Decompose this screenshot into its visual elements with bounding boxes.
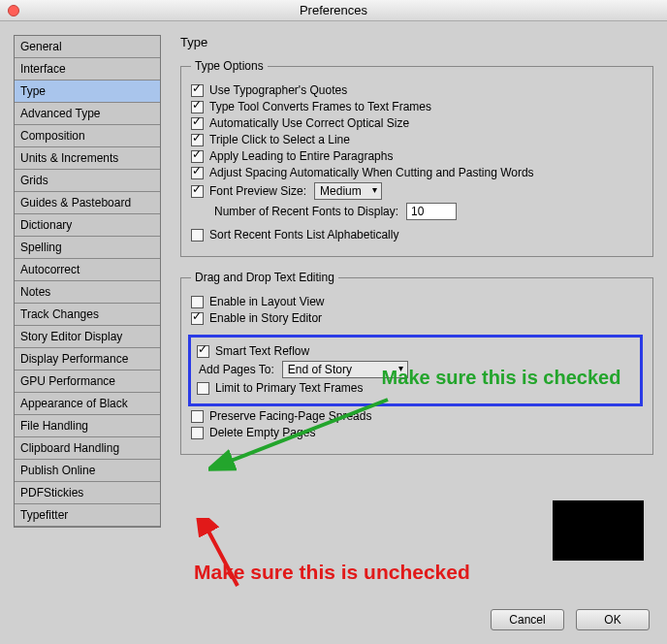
sort-recent-label: Sort Recent Fonts List Alphabetically (209, 228, 398, 242)
delete-empty-checkbox[interactable] (191, 427, 204, 439)
sidebar-item-grids[interactable]: Grids (15, 170, 160, 192)
delete-empty-label: Delete Empty Pages (209, 426, 315, 439)
sidebar-item-interface[interactable]: Interface (15, 58, 160, 80)
enable-layout-label: Enable in Layout View (209, 295, 325, 308)
annotation-unchecked: Make sure this is unchecked (194, 561, 611, 584)
add-pages-value: End of Story (288, 363, 352, 376)
sidebar-item-notes[interactable]: Notes (15, 281, 160, 304)
body: GeneralInterfaceTypeAdvanced TypeComposi… (0, 21, 667, 644)
triple-click-label: Triple Click to Select a Line (209, 133, 350, 146)
sidebar-item-dictionary[interactable]: Dictionary (15, 214, 160, 237)
window-title: Preferences (0, 0, 667, 21)
sidebar-item-advanced-type[interactable]: Advanced Type (15, 103, 160, 125)
preserve-facing-label: Preserve Facing-Page Spreads (209, 409, 371, 423)
sidebar-item-guides-pasteboard[interactable]: Guides & Pasteboard (15, 192, 160, 214)
close-icon[interactable] (8, 5, 19, 16)
redaction-block (553, 500, 644, 561)
preferences-window: Preferences GeneralInterfaceTypeAdvanced… (0, 0, 667, 644)
sidebar-item-general[interactable]: General (15, 36, 160, 58)
apply-leading-checkbox[interactable] (191, 150, 204, 163)
titlebar: Preferences (0, 0, 667, 21)
recent-fonts-label: Number of Recent Fonts to Display: (214, 205, 398, 218)
enable-story-label: Enable in Story Editor (209, 311, 322, 325)
adjust-spacing-checkbox[interactable] (191, 167, 204, 179)
sidebar-item-publish-online[interactable]: Publish Online (15, 460, 160, 482)
preserve-facing-checkbox[interactable] (191, 410, 204, 423)
triple-click-checkbox[interactable] (191, 134, 204, 146)
optical-size-checkbox[interactable] (191, 117, 204, 130)
font-preview-size-value: Medium (320, 184, 362, 198)
optical-size-label: Automatically Use Correct Optical Size (209, 116, 409, 130)
drag-drop-legend: Drag and Drop Text Editing (191, 271, 338, 284)
limit-primary-checkbox[interactable] (197, 382, 209, 395)
limit-primary-label: Limit to Primary Text Frames (215, 381, 363, 395)
sidebar-item-type[interactable]: Type (15, 80, 160, 103)
button-bar: Cancel OK (491, 609, 650, 630)
sidebar-item-autocorrect[interactable]: Autocorrect (15, 259, 160, 281)
sidebar-item-gpu-performance[interactable]: GPU Performance (15, 370, 160, 393)
smart-reflow-checkbox[interactable] (197, 345, 209, 358)
sidebar-item-file-handling[interactable]: File Handling (15, 415, 160, 437)
sidebar-item-story-editor-display[interactable]: Story Editor Display (15, 326, 160, 348)
sidebar-item-appearance-of-black[interactable]: Appearance of Black (15, 393, 160, 415)
adjust-spacing-label: Adjust Spacing Automatically When Cuttin… (209, 166, 534, 179)
font-preview-size-select[interactable]: Medium (314, 182, 382, 200)
sort-recent-checkbox[interactable] (191, 229, 204, 242)
font-preview-label: Font Preview Size: (209, 184, 306, 198)
apply-leading-label: Apply Leading to Entire Paragraphs (209, 149, 393, 163)
enable-story-checkbox[interactable] (191, 312, 204, 325)
typographers-quotes-checkbox[interactable] (191, 84, 204, 97)
recent-fonts-value: 10 (411, 205, 424, 218)
ok-button[interactable]: OK (576, 609, 650, 630)
sidebar-item-clipboard-handling[interactable]: Clipboard Handling (15, 437, 160, 460)
sidebar-item-pdfstickies[interactable]: PDFStickies (15, 482, 160, 504)
sidebar-item-composition[interactable]: Composition (15, 125, 160, 147)
category-sidebar: GeneralInterfaceTypeAdvanced TypeComposi… (14, 35, 161, 528)
panel-heading: Type (180, 35, 653, 49)
recent-fonts-input[interactable]: 10 (406, 203, 457, 220)
convert-frames-label: Type Tool Converts Frames to Text Frames (209, 100, 431, 113)
type-options-legend: Type Options (191, 59, 268, 73)
convert-frames-checkbox[interactable] (191, 101, 204, 113)
typographers-quotes-label: Use Typographer's Quotes (209, 83, 347, 97)
smart-reflow-legend: Smart Text Reflow (215, 344, 309, 358)
sidebar-item-track-changes[interactable]: Track Changes (15, 304, 160, 326)
sidebar-item-display-performance[interactable]: Display Performance (15, 348, 160, 370)
drag-drop-group: Drag and Drop Text Editing Enable in Lay… (180, 271, 653, 455)
cancel-button[interactable]: Cancel (491, 609, 564, 630)
sidebar-item-spelling[interactable]: Spelling (15, 237, 160, 259)
annotation-checked: Make sure this is checked (380, 367, 622, 388)
sidebar-item-units-increments[interactable]: Units & Increments (15, 147, 160, 170)
type-options-group: Type Options Use Typographer's Quotes Ty… (180, 59, 653, 257)
sidebar-item-typefitter[interactable]: Typefitter (15, 504, 160, 527)
enable-layout-checkbox[interactable] (191, 296, 204, 308)
font-preview-checkbox[interactable] (191, 185, 204, 198)
add-pages-label: Add Pages To: (199, 363, 274, 376)
